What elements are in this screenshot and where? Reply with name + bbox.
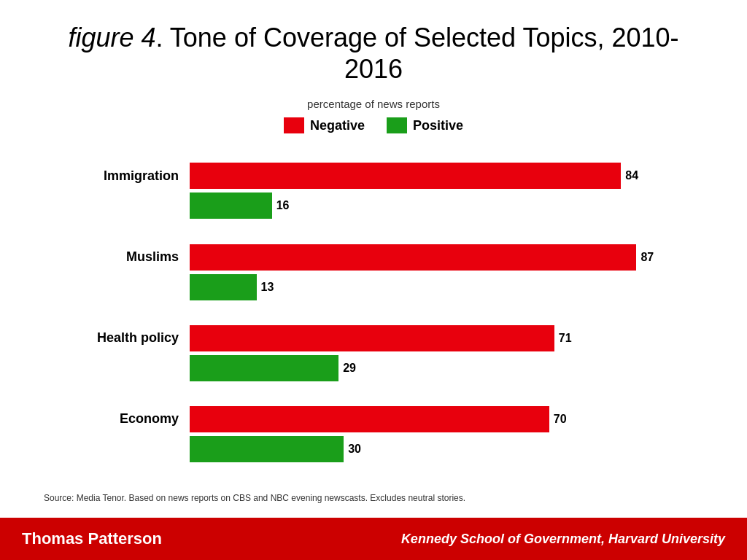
- positive-bar-container: 13: [190, 274, 703, 300]
- negative-bar-group: Health policy71: [58, 325, 703, 351]
- source-text: Source: Media Tenor. Based on news repor…: [44, 489, 703, 503]
- negative-bar: 84: [190, 163, 703, 189]
- negative-bar-value: 71: [559, 332, 572, 345]
- chart-row: Muslims8713: [58, 244, 703, 300]
- negative-bar-group: Immigration84: [58, 163, 703, 189]
- positive-bar: 16: [190, 192, 703, 219]
- row-label: Muslims: [58, 249, 190, 265]
- positive-bar: 13: [190, 274, 703, 300]
- chart-area: Immigration8416Muslims8713Health policy7…: [44, 154, 703, 478]
- negative-bar-container: 84: [190, 163, 703, 189]
- chart-subtitle: percentage of news reports: [44, 98, 703, 110]
- footer: Thomas Patterson Kennedy School of Gover…: [0, 518, 747, 560]
- positive-bar-container: 16: [190, 192, 703, 219]
- legend-negative-box: [284, 117, 304, 133]
- chart-row: Economy7030: [58, 406, 703, 462]
- negative-bar-fill: [190, 406, 549, 432]
- negative-bar-fill: [190, 244, 636, 271]
- positive-bar-value: 13: [261, 281, 274, 294]
- chart-row: Immigration8416: [58, 163, 703, 219]
- row-label: Health policy: [58, 330, 190, 346]
- negative-bar-fill: [190, 163, 621, 189]
- negative-bar-fill: [190, 325, 554, 351]
- legend-negative-label: Negative: [310, 118, 365, 133]
- legend-positive: Positive: [387, 117, 463, 133]
- positive-bar-group: 29: [58, 355, 703, 381]
- negative-bar-group: Economy70: [58, 406, 703, 432]
- legend-positive-label: Positive: [413, 118, 463, 133]
- positive-bar-fill: [190, 274, 257, 300]
- negative-bar-value: 70: [554, 413, 567, 426]
- row-label: Immigration: [58, 168, 190, 184]
- negative-bar-value: 87: [640, 251, 654, 264]
- legend-negative: Negative: [284, 117, 365, 133]
- positive-bar-value: 29: [343, 362, 356, 375]
- negative-bar: 71: [190, 325, 703, 351]
- chart-row: Health policy7129: [58, 325, 703, 381]
- positive-bar-group: 16: [58, 192, 703, 219]
- footer-author-name: Thomas Patterson: [22, 529, 162, 548]
- positive-bar-fill: [190, 436, 344, 462]
- positive-bar: 29: [190, 355, 703, 381]
- positive-bar-fill: [190, 192, 272, 219]
- positive-bar-value: 30: [348, 443, 361, 456]
- negative-bar: 70: [190, 406, 703, 432]
- negative-bar-container: 70: [190, 406, 703, 432]
- chart-legend: Negative Positive: [44, 117, 703, 133]
- positive-bar-value: 16: [276, 199, 290, 212]
- positive-bar-container: 29: [190, 355, 703, 381]
- page-title: figure 4. Tone of Coverage of Selected T…: [44, 22, 703, 85]
- positive-bar-group: 30: [58, 436, 703, 462]
- footer-institution-name: Kennedy School of Government, Harvard Un…: [401, 532, 725, 547]
- negative-bar: 87: [190, 244, 703, 271]
- negative-bar-value: 84: [625, 169, 638, 182]
- positive-bar: 30: [190, 436, 703, 462]
- negative-bar-group: Muslims87: [58, 244, 703, 271]
- legend-positive-box: [387, 117, 407, 133]
- row-label: Economy: [58, 411, 190, 427]
- positive-bar-group: 13: [58, 274, 703, 300]
- main-content: figure 4. Tone of Coverage of Selected T…: [0, 0, 747, 518]
- negative-bar-container: 71: [190, 325, 703, 351]
- positive-bar-container: 30: [190, 436, 703, 462]
- negative-bar-container: 87: [190, 244, 703, 271]
- positive-bar-fill: [190, 355, 338, 381]
